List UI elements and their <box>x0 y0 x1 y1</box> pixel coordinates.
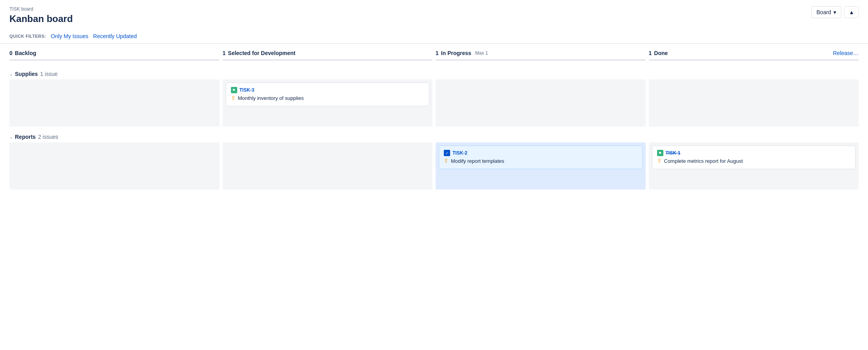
board-name: TISK board <box>9 6 859 12</box>
collapse-button[interactable]: ▲ <box>844 6 859 18</box>
swimlane-reports-count: 2 issues <box>38 134 58 140</box>
cell-supplies-selected: ⚑ TISK-3 ⇧ Monthly inventory of supplies <box>223 79 433 127</box>
card-tisk-3-title: Monthly inventory of supplies <box>238 95 304 102</box>
col-header-backlog: 0 Backlog <box>9 50 220 64</box>
card-tisk-2-priority: ⇧ <box>444 158 449 164</box>
card-tisk-2[interactable]: ✓ TISK-2 ⇧ Modify report templates <box>439 146 643 169</box>
card-tisk-1-title: Complete metrics report for August <box>664 158 743 165</box>
columns-header: 0 Backlog 1 Selected for Development 1 I… <box>9 50 859 64</box>
cell-reports-backlog <box>9 142 220 190</box>
card-tisk-2-title: Modify report templates <box>451 158 504 165</box>
col-header-in-progress: 1 In Progress Max 1 <box>436 50 646 64</box>
quick-filters-label: QUICK FILTERS: <box>9 34 46 39</box>
cell-supplies-in-progress <box>436 79 646 127</box>
card-tisk-1[interactable]: ⚑ TISK-1 ⇧ Complete metrics report for A… <box>652 146 856 169</box>
cell-reports-selected <box>223 142 433 190</box>
swimlane-supplies-chevron[interactable]: ⌄ <box>9 72 13 76</box>
col-count-in-progress: 1 <box>436 50 439 56</box>
col-header-selected: 1 Selected for Development <box>223 50 433 64</box>
cell-supplies-done <box>649 79 859 127</box>
swimlane-reports-title: Reports <box>15 134 36 140</box>
card-tisk-3-id[interactable]: TISK-3 <box>240 87 255 93</box>
dropdown-icon: ▾ <box>833 9 836 15</box>
cell-reports-in-progress: ✓ TISK-2 ⇧ Modify report templates <box>436 142 646 190</box>
board-view-button[interactable]: Board ▾ <box>811 6 841 18</box>
card-tisk-2-id[interactable]: TISK-2 <box>452 150 467 156</box>
col-header-done: 1 Done Release… <box>649 50 859 64</box>
swimlane-supplies-title: Supplies <box>15 71 38 77</box>
collapse-icon: ▲ <box>849 9 854 15</box>
swimlane-supplies-row: ⚑ TISK-3 ⇧ Monthly inventory of supplies <box>9 79 859 127</box>
col-name-backlog: Backlog <box>15 50 36 56</box>
card-tisk-1-priority: ⇧ <box>657 158 662 164</box>
cell-reports-done: ⚑ TISK-1 ⇧ Complete metrics report for A… <box>649 142 859 190</box>
card-tisk-3-priority: ⇧ <box>231 95 236 101</box>
release-link[interactable]: Release… <box>833 50 859 56</box>
col-meta-in-progress: Max 1 <box>475 50 488 56</box>
col-name-done: Done <box>654 50 668 56</box>
swimlane-reports-row: ✓ TISK-2 ⇧ Modify report templates ⚑ TIS… <box>9 142 859 190</box>
card-tisk-1-id[interactable]: TISK-1 <box>666 150 681 156</box>
card-tisk-1-icon: ⚑ <box>657 150 663 156</box>
swimlane-reports-chevron[interactable]: ⌄ <box>9 135 13 139</box>
card-tisk-3[interactable]: ⚑ TISK-3 ⇧ Monthly inventory of supplies <box>226 83 430 106</box>
col-name-selected: Selected for Development <box>228 50 295 56</box>
filter-recently-updated[interactable]: Recently Updated <box>93 33 137 39</box>
col-count-backlog: 0 <box>9 50 13 56</box>
col-count-done: 1 <box>649 50 652 56</box>
col-count-selected: 1 <box>223 50 226 56</box>
board-button-label: Board <box>817 9 831 15</box>
card-tisk-3-icon: ⚑ <box>231 87 237 93</box>
swimlane-supplies-count: 1 issue <box>40 71 57 77</box>
page-title: Kanban board <box>9 13 859 24</box>
swimlane-supplies: ⌄ Supplies 1 issue ⚑ TISK-3 ⇧ Monthly in… <box>9 67 859 127</box>
card-tisk-2-icon: ✓ <box>444 150 450 156</box>
col-name-in-progress: In Progress <box>441 50 471 56</box>
cell-supplies-backlog <box>9 79 220 127</box>
filter-only-my-issues[interactable]: Only My Issues <box>51 33 88 39</box>
swimlane-reports: ⌄ Reports 2 issues ✓ TISK-2 ⇧ Modify rep… <box>9 130 859 190</box>
